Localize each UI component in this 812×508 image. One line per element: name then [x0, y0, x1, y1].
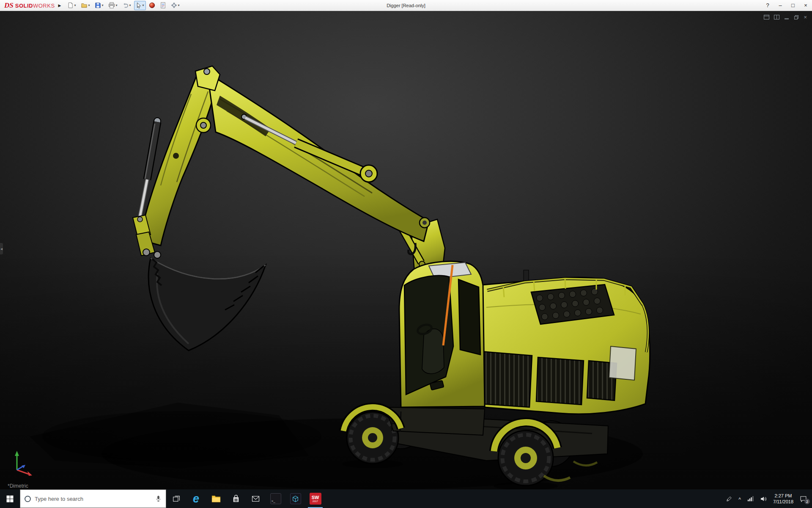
- file-explorer-button[interactable]: [206, 489, 226, 508]
- taskbar: e >_: [0, 489, 812, 508]
- save-button[interactable]: ▾: [93, 1, 105, 10]
- orientation-triad[interactable]: [10, 450, 37, 478]
- microphone-icon[interactable]: [155, 495, 162, 502]
- action-center-button[interactable]: 2: [800, 495, 807, 502]
- logo-works: WORKS: [33, 3, 55, 9]
- select-tool-button[interactable]: ▾: [134, 1, 146, 10]
- folder-icon: [211, 495, 221, 502]
- solidworks-app-icon: SW2017: [310, 493, 321, 505]
- menu-flyout-arrow[interactable]: ▶: [58, 3, 61, 8]
- stick-arm[interactable]: [133, 70, 217, 258]
- store-bag-icon: [232, 495, 240, 503]
- store-button[interactable]: [226, 489, 246, 508]
- close-button[interactable]: ×: [799, 0, 812, 11]
- doc-minimize-icon[interactable]: [784, 15, 789, 20]
- save-floppy-icon: [95, 2, 101, 8]
- titlebar: DSSOLIDWORKS ▶ ▾ ▾ ▾ ▾ ▾: [0, 0, 812, 11]
- window-controls: ? – □ ×: [761, 0, 812, 11]
- cube-icon: [290, 493, 301, 504]
- logo-solid: SOLID: [15, 3, 33, 9]
- appearance-sphere-icon: [149, 2, 155, 8]
- file-properties-icon: [160, 2, 166, 8]
- appearance-button[interactable]: [147, 1, 157, 10]
- taskbar-clock[interactable]: 2:27 PM 7/11/2018: [773, 493, 793, 505]
- doc-pane-icon-2[interactable]: [774, 15, 779, 19]
- dropdown-arrow-icon[interactable]: ▾: [102, 3, 104, 7]
- clock-date: 7/11/2018: [773, 499, 793, 505]
- task-view-icon: [173, 495, 180, 502]
- undo-arrow-icon: [122, 2, 129, 8]
- bucket[interactable]: [148, 258, 266, 351]
- dropdown-arrow-icon[interactable]: ▾: [129, 3, 131, 7]
- dropdown-arrow-icon[interactable]: ▾: [178, 3, 180, 7]
- dropdown-arrow-icon[interactable]: ▾: [116, 3, 118, 7]
- select-cursor-icon: [136, 2, 142, 8]
- dropdown-arrow-icon[interactable]: ▾: [74, 3, 76, 7]
- new-document-button[interactable]: ▾: [66, 1, 78, 10]
- clock-time: 2:27 PM: [773, 493, 793, 499]
- window-title: Digger [Read-only]: [169, 3, 643, 8]
- print-button[interactable]: ▾: [107, 1, 119, 10]
- operator-seat: [422, 329, 444, 374]
- dropdown-arrow-icon[interactable]: ▾: [143, 3, 144, 7]
- doc-close-icon[interactable]: ×: [804, 14, 807, 20]
- maximize-button[interactable]: □: [787, 0, 799, 11]
- solidworks-window: DSSOLIDWORKS ▶ ▾ ▾ ▾ ▾ ▾: [0, 0, 812, 508]
- command-prompt-icon: >_: [270, 493, 281, 504]
- main-boom[interactable]: [195, 66, 430, 241]
- file-properties-button[interactable]: [158, 1, 168, 10]
- task-view-button[interactable]: [166, 489, 186, 508]
- view-orientation-label: *Dimetric: [8, 483, 28, 489]
- new-document-icon: [67, 2, 74, 8]
- hidden-icons-chevron[interactable]: ^: [738, 497, 741, 502]
- gear-icon: [171, 2, 177, 8]
- open-button[interactable]: ▾: [79, 1, 92, 10]
- minimize-button[interactable]: –: [774, 0, 787, 11]
- system-tray: ^ 2:27 PM 7/11/2018 2: [726, 489, 812, 508]
- engine-housing: [469, 270, 650, 414]
- open-folder-icon: [81, 2, 88, 8]
- edge-button[interactable]: e: [186, 489, 206, 508]
- start-button[interactable]: [0, 489, 20, 508]
- quick-access-toolbar: ▾ ▾ ▾ ▾ ▾ ▾: [66, 1, 181, 10]
- panel-collapse-arrow[interactable]: ◂: [0, 243, 3, 254]
- side-window: [458, 279, 480, 355]
- command-prompt-button[interactable]: >_: [266, 489, 285, 508]
- logo-ds-mark: DS: [4, 1, 14, 10]
- cab[interactable]: [399, 261, 485, 407]
- mail-button[interactable]: [246, 489, 266, 508]
- network-icon[interactable]: [747, 496, 754, 502]
- doc-pane-icon[interactable]: [764, 15, 769, 19]
- notification-badge: 2: [804, 499, 810, 504]
- solidworks-taskbar-button[interactable]: SW2017: [305, 489, 325, 508]
- excavator-model[interactable]: [0, 11, 812, 489]
- volume-icon[interactable]: [760, 496, 767, 502]
- undo-button[interactable]: ▾: [121, 1, 133, 10]
- document-window-controls: ×: [764, 14, 807, 20]
- graphics-viewport[interactable]: × ◂ *Dimetric: [0, 11, 812, 489]
- 3d-app-button[interactable]: [285, 489, 305, 508]
- taskbar-search[interactable]: [20, 489, 166, 508]
- windows-logo-icon: [6, 495, 14, 502]
- mail-envelope-icon: [252, 495, 260, 502]
- options-button[interactable]: ▾: [169, 1, 181, 10]
- dropdown-arrow-icon[interactable]: ▾: [88, 3, 90, 7]
- exhaust-stack: [524, 270, 529, 281]
- tray-pen-icon[interactable]: [726, 496, 732, 502]
- help-button[interactable]: ?: [761, 0, 774, 11]
- edge-icon: e: [193, 492, 199, 505]
- printer-icon: [108, 2, 115, 8]
- doc-restore-icon[interactable]: [794, 15, 799, 20]
- search-input[interactable]: [35, 496, 151, 502]
- solidworks-logo: DSSOLIDWORKS: [0, 1, 55, 10]
- cortana-icon: [25, 496, 31, 502]
